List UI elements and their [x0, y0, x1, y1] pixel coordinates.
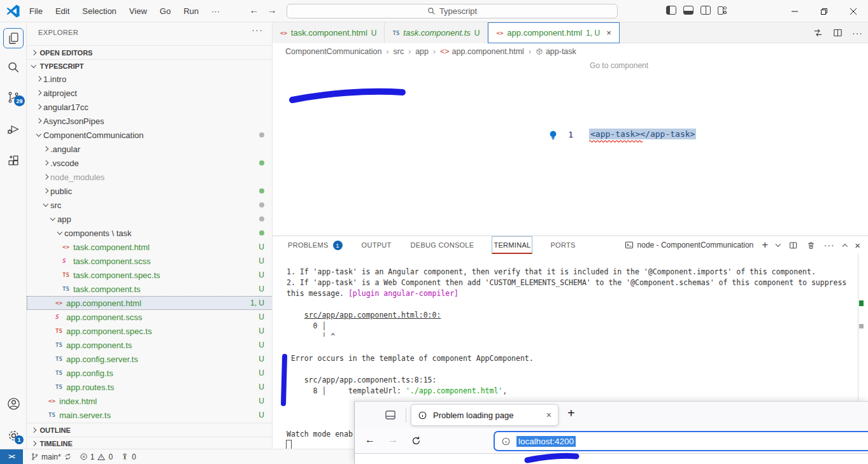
command-center-search[interactable]: Typescript	[287, 4, 618, 18]
maximize-panel-icon[interactable]	[843, 244, 848, 250]
scss-file-icon: S	[55, 314, 66, 320]
customize-layout-icon[interactable]	[718, 6, 728, 15]
tree-folder-asyncjsonpipes[interactable]: AsyncJsonPipes	[27, 114, 273, 128]
panel-tab-debug-console[interactable]: DEBUG CONSOLE	[409, 236, 476, 254]
tree-folder-components-task[interactable]: components \ task	[27, 226, 273, 240]
split-editor-icon[interactable]	[832, 27, 843, 38]
browser-back-icon[interactable]: ←	[365, 434, 375, 446]
panel-tab-problems[interactable]: PROBLEMS1	[287, 236, 344, 254]
close-tab-icon[interactable]: ×	[606, 28, 611, 38]
menu-[interactable]: ···	[205, 4, 226, 18]
ports-status[interactable]: 0	[117, 453, 140, 461]
panel-tab-output[interactable]: OUTPUT	[360, 236, 393, 254]
panel-tab-terminal[interactable]: TERMINAL	[492, 236, 532, 254]
terminal-dropdown-icon[interactable]	[776, 242, 781, 247]
history-forward-icon[interactable]: →	[265, 4, 279, 15]
settings-gear-icon[interactable]: 1	[3, 425, 24, 446]
tree-folder-componentcommunication[interactable]: ComponentCommunication	[27, 128, 273, 142]
tree-folder-src[interactable]: src	[27, 198, 273, 212]
close-tab-icon[interactable]: ×	[546, 410, 551, 420]
firefox-view-icon[interactable]	[384, 409, 397, 421]
tree-file-index.html[interactable]: <>index.htmlU	[27, 394, 273, 408]
tree-file-task.component.ts[interactable]: TStask.component.tsU	[27, 282, 273, 296]
search-view-icon[interactable]	[3, 57, 24, 78]
tree-folder-app[interactable]: app	[27, 212, 273, 226]
timeline-section[interactable]: TIMELINE	[27, 437, 273, 449]
restore-button[interactable]	[809, 0, 839, 22]
extensions-icon[interactable]	[3, 151, 24, 171]
problems-status[interactable]: 1 0	[76, 453, 117, 461]
breadcrumb-item-componentcommunication[interactable]: ComponentCommunication	[285, 47, 381, 56]
tree-file-app.component.spec.ts[interactable]: TSapp.component.spec.tsU	[27, 324, 273, 338]
tree-item-label: task.component.html	[73, 243, 150, 252]
tree-folder-1.intro[interactable]: 1.intro	[27, 72, 273, 86]
editor-tab-task.component.ts[interactable]: TStask.component.tsU	[385, 22, 488, 43]
tree-folder-.vscode[interactable]: .vscode	[27, 156, 273, 170]
address-bar[interactable]: localhost:4200	[494, 431, 868, 451]
menu-edit[interactable]: Edit	[49, 4, 76, 18]
tree-file-app.routes.ts[interactable]: TSapp.routes.tsU	[27, 380, 273, 394]
tree-file-app.component.scss[interactable]: Sapp.component.scssU	[27, 310, 273, 324]
url-text-selected[interactable]: localhost:4200	[516, 436, 576, 447]
minimize-button[interactable]	[780, 0, 809, 22]
breadcrumb-item-app.component.html[interactable]: <>app.component.html	[440, 47, 524, 56]
menu-go[interactable]: Go	[153, 4, 177, 18]
breadcrumb-item-app[interactable]: app	[415, 47, 429, 56]
breadcrumb-item-app-task[interactable]: app-task	[536, 47, 576, 56]
tree-file-app.component.html[interactable]: <>app.component.html1, U	[27, 296, 273, 310]
tree-file-app.config.server.ts[interactable]: TSapp.config.server.tsU	[27, 352, 273, 366]
browser-forward-icon[interactable]: →	[388, 434, 398, 446]
tree-folder-.angular[interactable]: .angular	[27, 142, 273, 156]
branch-status[interactable]: main*	[27, 453, 76, 461]
account-icon[interactable]	[3, 393, 24, 414]
outline-section[interactable]: OUTLINE	[27, 423, 273, 437]
tree-file-task.component.spec.ts[interactable]: TStask.component.spec.tsU	[27, 268, 273, 282]
selected-code-text[interactable]: <app-task></app-task>	[589, 129, 696, 139]
kill-terminal-icon[interactable]	[806, 241, 816, 250]
browser-tab[interactable]: Problem loading page ×	[411, 404, 559, 426]
more-actions-icon[interactable]: ···	[852, 28, 863, 38]
tree-file-main.server.ts[interactable]: TSmain.server.tsU	[27, 408, 273, 422]
menu-view[interactable]: View	[123, 4, 153, 18]
open-editors-section[interactable]: OPEN EDITORS	[27, 45, 273, 59]
tree-folder-public[interactable]: public	[27, 184, 273, 198]
new-terminal-icon[interactable]: +	[762, 239, 768, 251]
source-control-icon[interactable]: 29	[3, 87, 24, 108]
reload-icon[interactable]	[411, 435, 422, 446]
tree-file-task.component.scss[interactable]: Stask.component.scssU	[27, 254, 273, 268]
tree-folder-aitproject[interactable]: aitproject	[27, 86, 273, 100]
menu-selection[interactable]: Selection	[76, 4, 122, 18]
toggle-secondary-sidebar-icon[interactable]	[701, 6, 711, 15]
tree-file-task.component.html[interactable]: <>task.component.htmlU	[27, 240, 273, 254]
new-tab-icon[interactable]: +	[567, 406, 575, 421]
lightbulb-icon[interactable]	[548, 130, 558, 141]
remote-indicator[interactable]: ><	[0, 449, 23, 464]
tab-label: task.component.html	[291, 28, 367, 38]
editor-tab-task.component.html[interactable]: <>task.component.htmlU	[273, 22, 385, 43]
panel-more-icon[interactable]: ···	[824, 240, 835, 250]
editor-tab-app.component.html[interactable]: <>app.component.html1, U×	[488, 22, 619, 43]
menu-file[interactable]: File	[23, 4, 49, 18]
codelens-go-to-component[interactable]: Go to component	[590, 61, 648, 70]
toggle-sidebar-icon[interactable]	[666, 6, 676, 15]
tree-file-app.component.ts[interactable]: TSapp.component.tsU	[27, 338, 273, 352]
toggle-panel-icon[interactable]	[683, 6, 694, 15]
workspace-section[interactable]: TYPESCRIPT	[27, 59, 273, 72]
history-back-icon[interactable]: ←	[247, 4, 261, 15]
panel-tab-ports[interactable]: PORTS	[549, 236, 576, 254]
breadcrumb-item-src[interactable]: src	[393, 47, 404, 56]
code-editor[interactable]: Go to component 1 <app-task></app-task>	[273, 60, 868, 236]
open-changes-icon[interactable]	[813, 27, 823, 38]
close-panel-icon[interactable]: ×	[855, 240, 860, 251]
terminal-instance[interactable]: node - ComponentCommunication	[625, 241, 754, 250]
tree-file-app.config.ts[interactable]: TSapp.config.tsU	[27, 366, 273, 380]
split-terminal-icon[interactable]	[788, 241, 798, 250]
timeline-label: TIMELINE	[40, 440, 73, 447]
tree-folder-node-modules[interactable]: node_modules	[27, 170, 273, 184]
sidebar-more-actions-icon[interactable]: ···	[252, 24, 263, 35]
menu-run[interactable]: Run	[177, 4, 205, 18]
run-debug-icon[interactable]	[3, 119, 24, 139]
explorer-icon[interactable]	[3, 28, 24, 48]
tree-folder-angular17cc[interactable]: angular17cc	[27, 100, 273, 114]
close-window-button[interactable]	[839, 0, 868, 22]
